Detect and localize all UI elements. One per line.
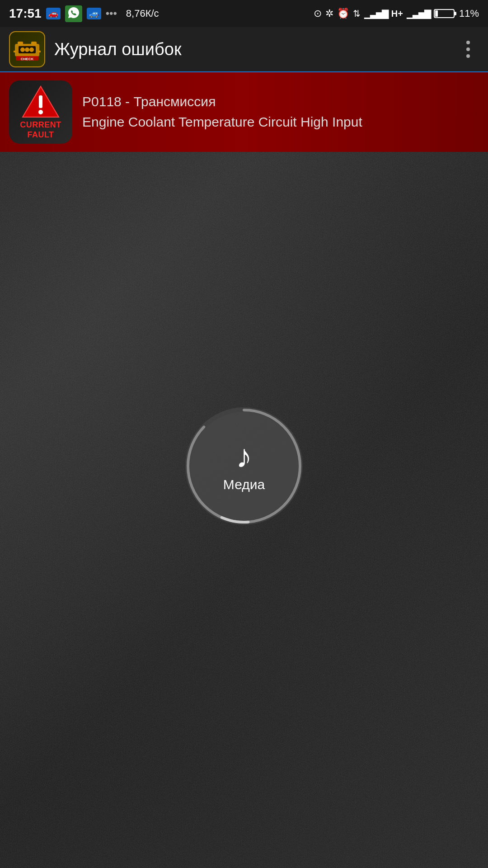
bluetooth-icon: ✲ xyxy=(325,8,333,19)
app-icon-container: CHECK xyxy=(9,31,45,67)
signal-bars-2: ▁▃▅▇ xyxy=(407,8,430,19)
svg-point-7 xyxy=(20,47,25,52)
overflow-menu-button[interactable] xyxy=(457,36,479,63)
network-speed: 8,76К/с xyxy=(126,8,159,19)
svg-point-18 xyxy=(188,410,300,522)
status-bar: 17:51 🚗 🚙 ••• 8,76К/с ⊙ ✲ ⏰ ⇅ ▁▃▅▇ H+ ▁▃… xyxy=(0,0,488,27)
fault-description: Engine Coolant Temperature Circuit High … xyxy=(82,113,479,131)
toolbar-title: Журнал ошибок xyxy=(54,40,457,59)
svg-point-8 xyxy=(25,47,29,52)
app-toolbar: CHECK Журнал ошибок xyxy=(0,27,488,72)
svg-point-9 xyxy=(29,47,34,52)
status-time: 17:51 xyxy=(9,6,42,21)
status-bar-left: 17:51 🚗 🚙 ••• 8,76К/с xyxy=(9,5,159,22)
svg-rect-16 xyxy=(39,95,42,108)
fault-icon-container: CURRENT FAULT xyxy=(9,80,72,144)
alarm-icon: ⏰ xyxy=(337,8,349,19)
more-dots: ••• xyxy=(106,7,117,20)
car2-app-icon: 🚙 xyxy=(87,8,101,19)
menu-dot-1 xyxy=(466,41,470,44)
car-app-icon: 🚗 xyxy=(46,8,61,19)
menu-dot-3 xyxy=(466,54,470,58)
fault-code: P0118 - Трансмиссия xyxy=(82,94,479,109)
battery-container: 11% xyxy=(434,8,479,19)
obd-icon-svg: CHECK xyxy=(11,37,43,62)
whatsapp-icon xyxy=(65,5,82,22)
battery-icon xyxy=(434,8,457,19)
warning-triangle-icon xyxy=(20,84,61,119)
current-fault-label: CURRENT FAULT xyxy=(20,120,61,140)
signal-bars-1: ▁▃▅▇ xyxy=(364,8,388,19)
svg-rect-10 xyxy=(14,51,16,52)
svg-rect-4 xyxy=(18,42,23,45)
main-content: ♪ Медиа xyxy=(0,152,488,868)
fault-list-item[interactable]: CURRENT FAULT P0118 - Трансмиссия Engine… xyxy=(0,72,488,152)
obd-app-icon: CHECK xyxy=(9,31,45,67)
svg-text:CHECK: CHECK xyxy=(21,57,34,61)
media-circle-outer: ♪ Медиа xyxy=(185,407,303,525)
current-fault-icon: CURRENT FAULT xyxy=(9,80,72,144)
svg-rect-2 xyxy=(435,10,438,17)
menu-dot-2 xyxy=(466,47,470,51)
svg-point-17 xyxy=(38,110,43,114)
svg-rect-5 xyxy=(31,42,37,45)
status-bar-right: ⊙ ✲ ⏰ ⇅ ▁▃▅▇ H+ ▁▃▅▇ 11% xyxy=(314,8,479,19)
hplus-label: H+ xyxy=(391,9,403,19)
battery-percent: 11% xyxy=(459,8,479,19)
svg-rect-1 xyxy=(454,12,456,15)
media-circle-container[interactable]: ♪ Медиа xyxy=(185,407,303,525)
gps-icon: ⊙ xyxy=(314,8,322,19)
fault-info: P0118 - Трансмиссия Engine Coolant Tempe… xyxy=(82,94,479,131)
media-progress-ring xyxy=(185,407,303,525)
svg-rect-11 xyxy=(38,51,41,52)
network-arrows-icon: ⇅ xyxy=(353,8,361,19)
